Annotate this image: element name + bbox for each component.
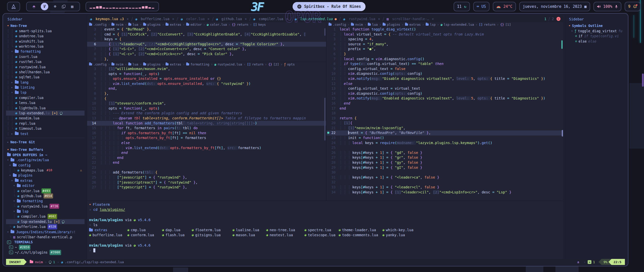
workspace-files-icon[interactable]: ▤ (69, 4, 75, 9)
tree-item[interactable]: │ │ ◕shellharden.lua (6, 70, 85, 75)
breadcrumb-segment[interactable]: ◕lsp-extended.lua (440, 23, 474, 26)
tree-item[interactable]: │ │ ◕compiler.lua (6, 95, 85, 100)
code-line[interactable]: 1local function toggle_diag_virtext() (327, 27, 563, 32)
workspace-ghost-icon[interactable]: ☻ (52, 4, 58, 9)
tab-close-icon[interactable]: × (378, 17, 380, 21)
keyboard-layout-widget[interactable]: ⌨ US (473, 2, 490, 11)
tab-github-lua[interactable]: ◕github.lua× (213, 16, 250, 22)
code-line[interactable]: 23│ │ init = function() (327, 135, 563, 141)
tree-item[interactable]: │ └ ◕worktree.lua (6, 44, 85, 49)
tree-item[interactable]: ▾ config (6, 163, 85, 168)
code-line[interactable]: 33│ │ │ keys[#keys + 1] = { "<leader>cl"… (327, 185, 563, 190)
spotify-widget[interactable]: Spiritbox - Rule Of Nines (293, 2, 366, 11)
code-line[interactable]: 12│ else (327, 81, 563, 86)
breadcrumb-segment[interactable]: .config (89, 23, 107, 26)
code-line[interactable]: 3│ │ spacing = 4, (327, 37, 563, 42)
code-line[interactable]: 22│ │ event = { "BufReadPre", "BufNewFil… (327, 130, 563, 135)
symbol-item[interactable]: ⊘ifif type(config.vi (568, 33, 625, 39)
tree-item[interactable]: │ │ ◕lens.lua (6, 100, 85, 105)
code-line[interactable]: 6│ │ │ vim.list_extend(dst: opts.ensure_… (87, 81, 326, 86)
code-line[interactable]: 19│ │ │ │ │ │ vim.list_extend(dst: opts.… (87, 146, 326, 151)
code-line[interactable]: 15│ │ │ │ for ft, formatters in pairs(t:… (87, 126, 326, 131)
tab-close-icon[interactable]: × (286, 17, 288, 21)
tree-item[interactable]: ▾ plugins (6, 173, 85, 178)
tree-item[interactable]: ▾ editor (6, 183, 85, 188)
breadcrumb-segment[interactable]: {}[2] (268, 62, 279, 66)
tab-close-icon[interactable]: × (245, 17, 247, 21)
tab-page-other[interactable]: 2 (552, 17, 554, 21)
tree-item[interactable]: │ │ ◕winshift.lua (6, 39, 85, 44)
project-indicator[interactable]: nvim (30, 260, 43, 264)
code-line[interactable]: 8│ │ { [1]"<C-c>", [2]"<cmd>CccPick<cr>"… (87, 52, 326, 57)
tree-item[interactable]: ▾ Juegos/Indies/SteamLibrary/st (6, 229, 85, 234)
code-line[interactable]: 5│ keys = { (87, 37, 326, 42)
code-line[interactable]: 17end (327, 106, 563, 111)
tree-item[interactable]: │ ▸ linting (6, 85, 85, 90)
code-line[interactable]: 27│ │ │ │ ["typescript"] = { "rustywind"… (87, 185, 326, 190)
tree-item[interactable]: │ ▾ lsp (6, 90, 85, 95)
code-line[interactable]: 13│ │ config.virtual_text = virtual_text (327, 86, 563, 91)
breadcrumb-segment[interactable]: extras (405, 23, 421, 26)
code-line[interactable]: 24│ │ │ add_formatters(tbl: { (87, 170, 326, 175)
tree-item[interactable]: │ ◕compiler.lua#682 (6, 214, 85, 219)
tree-item[interactable]: ▾ lsp (6, 209, 85, 214)
symbol-item[interactable]: ▾ƒtoggle_diag_virtextfu (568, 28, 625, 33)
breadcrumb-segment[interactable]: editor (186, 23, 202, 26)
code-line[interactable]: 5│ │ prefix = "●", (327, 47, 563, 52)
code-line[interactable]: 22│ │ │ end (87, 160, 326, 165)
code-line[interactable]: 14│ │ vim.diagnostic.config(opts: config… (327, 91, 563, 96)
code-line[interactable]: 14│ │ │ local function add_formatters(tb… (87, 121, 326, 126)
floaterm-panel[interactable]: ▾Floaterm› cd lua/plugins/nvim/lua/plugi… (87, 200, 563, 259)
tree-item[interactable]: │ │ ◕repl.lua (6, 121, 85, 126)
code-line[interactable]: 25 (327, 145, 563, 150)
breadcrumb-segment[interactable]: nvim (351, 23, 363, 26)
tab-rustywind-lua[interactable]: ◕rustywind.lua× (340, 16, 383, 22)
code-line[interactable]: 4│ │ source = "if_many", (327, 42, 563, 47)
tree-item[interactable]: │ └ ◕sqlfmt.lua (6, 75, 85, 80)
notifications-widget[interactable]: 9 (625, 2, 640, 11)
breadcrumb-segment[interactable]: extras (166, 62, 181, 66)
code-line[interactable]: 9│ │ config.virtual_text = false (327, 66, 563, 72)
breadcrumb-segment[interactable]: ◕color.lua (207, 23, 227, 26)
sidebar-section-neo-tree-buffers[interactable]: ▾Neo-Tree Buffers (6, 147, 85, 152)
tree-item[interactable]: │ ◕color.lua#493 (6, 188, 85, 193)
tree-item[interactable]: └ ◕bufferline.lua#328 (6, 224, 85, 229)
tab-lsp-extended-lua[interactable]: ◕lsp-extended.lua● (292, 16, 340, 22)
code-line[interactable]: 12│ │ │ --- Extend the conform plugin co… (87, 111, 326, 116)
scrollbar-handle[interactable] (324, 28, 326, 36)
code-line[interactable]: 7│ │ end, (87, 86, 326, 91)
tab-close-icon[interactable]: × (432, 17, 434, 21)
code-line[interactable]: 18│ │ │ │ │ else (87, 141, 326, 146)
tree-item[interactable]: └ ◕github.lua#654 (6, 193, 85, 198)
code-line[interactable]: 4│ │ opts = function(_, opts) (87, 72, 326, 77)
tree-item[interactable]: └ ▨scrollbar-handle-vertical.p (6, 234, 85, 240)
tab-scrollbar-handle-[interactable]: ▨scrollbar-handle-…× (384, 16, 437, 22)
breadcrumb-segment[interactable]: .config (329, 23, 346, 26)
breadcrumb-segment[interactable]: plugins (383, 23, 400, 26)
code-line[interactable]: 24│ │ │ local keys = require(modname: "l… (327, 141, 563, 146)
sidebar-section-neo-tree[interactable]: ▾Neo-Tree (6, 23, 85, 28)
tab-bufferline-lua[interactable]: ◕bufferline.lua× (132, 16, 177, 22)
tree-item[interactable]: │ │ ◕neodim.lua (6, 116, 85, 121)
code-line[interactable]: 27│ │ │ keys[#keys + 1] = { "gr", false … (327, 155, 563, 160)
volume-widget[interactable]: 100% (593, 2, 621, 11)
code-line[interactable]: 10│ │ [1]"stevearc/conform.nvim", (87, 101, 326, 106)
code-line[interactable]: 18 (327, 111, 563, 116)
code-line[interactable]: 11│ │ opts = function(_, opts) (87, 106, 326, 111)
code-line[interactable]: 20│ [1]{ (327, 121, 563, 126)
breadcrumb-segment[interactable]: []keys (253, 23, 266, 26)
sidebar-section-terminals[interactable]: >_TERMINALS (6, 240, 85, 245)
breadcrumb-segment[interactable]: lua (128, 23, 138, 26)
code-line[interactable]: 29│ │ │ keys[#keys + 1] = { "gI", false … (327, 165, 563, 170)
tab-close-icon[interactable]: × (172, 17, 174, 21)
breadcrumb-segment[interactable]: {}return (232, 23, 248, 26)
code-line[interactable]: 17│ │ │ │ │ │ opts.formatters_by_ft[ft] … (87, 135, 326, 141)
tree-item[interactable]: │ │ ◕smart-splits.lua (6, 28, 85, 33)
code-line[interactable]: 34│ │ │ keys[#keys + 1] = { [1]"<leader>… (327, 190, 563, 195)
workspace-browser-icon[interactable]: ◓ (31, 4, 37, 9)
breadcrumb-segment[interactable]: []return (247, 62, 263, 66)
breadcrumb-segment[interactable]: nvim (111, 23, 123, 26)
code-line[interactable]: 15│ │ vim.notify(msg: "Enabled diagnosti… (327, 96, 563, 101)
tree-item[interactable]: ▾ extras (6, 178, 85, 183)
code-line[interactable]: 21│ │ [1]"neovim/nvim-lspconfig", (327, 126, 563, 131)
